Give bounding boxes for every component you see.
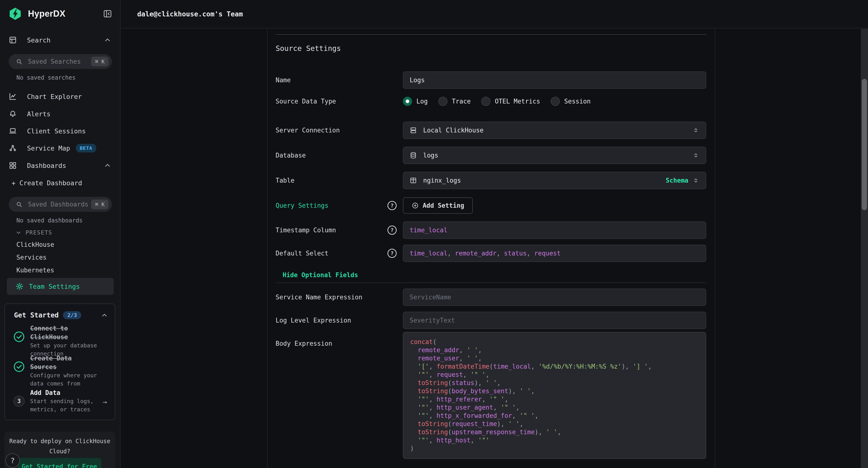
scrollbar-thumb[interactable] <box>862 79 867 210</box>
timestamp-column-value: time_local <box>410 227 447 234</box>
radio-icon <box>551 97 560 106</box>
body-expression-label: Body Expression <box>276 339 332 348</box>
code-line: '"', http_referer, '" ', <box>410 395 699 403</box>
code-line: remote_addr, ' ', <box>410 346 699 354</box>
shortcut-badge: ⌘ K <box>91 57 108 66</box>
promo-text-line2: Cloud? <box>4 446 115 457</box>
log-level-expression-label: Log Level Expression <box>276 316 351 325</box>
help-icon[interactable]: ? <box>388 226 397 235</box>
step-title: Create Data Sources <box>30 354 100 371</box>
step-title: Connect to ClickHouse <box>30 324 100 341</box>
radio-option-otel-metrics[interactable]: OTEL Metrics <box>481 97 540 106</box>
sidebar-item-chart-explorer[interactable]: Chart Explorer <box>0 88 120 105</box>
panel-right-border <box>715 29 715 468</box>
chevron-up-icon[interactable] <box>104 36 112 44</box>
search-section-icon <box>9 36 17 44</box>
radio-option-trace[interactable]: Trace <box>438 97 471 106</box>
sidebar-item-create-dashboard[interactable]: + Create Dashboard <box>0 174 120 192</box>
chevron-up-icon[interactable] <box>104 162 112 169</box>
saved-dashboards-input[interactable]: Saved Dashboards ⌘ K <box>9 197 112 212</box>
panel-left-border <box>267 29 268 468</box>
code-line: toString(body_bytes_sent), ' ', <box>410 387 699 395</box>
step-subtitle: Start sending logs, metrics, or traces <box>30 397 100 413</box>
chevron-up-icon[interactable] <box>101 312 108 319</box>
table-label: Table <box>276 176 294 185</box>
saved-searches-empty: No saved searches <box>17 74 76 81</box>
create-dashboard-label: Create Dashboard <box>20 179 82 187</box>
step-subtitle: Configure where your data comes from <box>30 371 100 388</box>
radio-option-session[interactable]: Session <box>551 97 591 106</box>
name-value: Logs <box>410 77 425 84</box>
bell-icon <box>9 110 17 118</box>
hyperdx-logo-icon <box>8 7 22 21</box>
database-select[interactable]: logs <box>403 147 706 164</box>
get-started-free-button[interactable]: Get Started for Free <box>18 458 101 468</box>
scrollbar-track[interactable] <box>861 29 868 468</box>
sidebar-item-service-map[interactable]: Service Map BETA <box>0 140 120 157</box>
add-setting-button[interactable]: Add Setting <box>403 197 473 214</box>
sidebar-collapse-icon[interactable] <box>103 9 112 19</box>
sidebar-item-kubernetes[interactable]: Kubernetes <box>17 267 54 274</box>
body-expression-editor[interactable]: concat( remote_addr, ' ', remote_user, '… <box>403 332 706 459</box>
plus-circle-icon <box>411 202 419 209</box>
table-value: nginx_logs <box>423 177 461 184</box>
saved-searches-placeholder: Saved Searches <box>28 58 91 65</box>
sidebar-item-search[interactable]: Search <box>0 31 120 49</box>
presets-header[interactable]: PRESETS <box>16 229 52 236</box>
check-circle-icon <box>13 331 25 343</box>
service-map-icon <box>9 144 17 152</box>
code-line: '[', formatDateTime(time_local, '%d/%b/%… <box>410 362 699 371</box>
code-line: ) <box>410 444 699 452</box>
code-line: '"', http_user_agent, '" ', <box>410 403 699 412</box>
cloud-promo-card: Ready to deploy on ClickHouse Cloud? Get… <box>4 432 115 468</box>
name-input[interactable]: Logs <box>403 71 706 89</box>
server-connection-value: Local ClickHouse <box>423 127 484 134</box>
help-icon[interactable]: ? <box>388 249 397 258</box>
chevron-updown-icon <box>692 177 700 184</box>
saved-searches-input[interactable]: Saved Searches ⌘ K <box>9 54 112 69</box>
log-level-placeholder: SeverityText <box>410 317 455 324</box>
sidebar-item-services[interactable]: Services <box>17 254 46 261</box>
server-icon <box>410 127 417 134</box>
section-divider <box>276 34 707 35</box>
sidebar-item-alerts[interactable]: Alerts <box>0 105 120 122</box>
schema-link[interactable]: Schema <box>666 177 688 184</box>
default-select-value: time_local, remote_addr, status, request <box>410 250 561 257</box>
gear-icon <box>16 282 24 290</box>
help-button[interactable]: ? <box>5 453 20 468</box>
service-name-expression-label: Service Name Expression <box>276 293 362 301</box>
promo-text-line1: Ready to deploy on ClickHouse <box>4 432 115 446</box>
log-level-expression-input[interactable]: SeverityText <box>403 312 706 329</box>
database-value: logs <box>423 152 438 159</box>
form-divider <box>276 283 707 283</box>
sidebar-item-dashboards[interactable]: Dashboards <box>0 157 120 174</box>
sidebar-item-clickhouse[interactable]: ClickHouse <box>17 241 54 248</box>
search-icon <box>16 58 23 65</box>
brand-row: HyperDX <box>0 5 120 23</box>
radio-selected-icon <box>403 97 412 106</box>
shortcut-badge: ⌘ K <box>91 200 108 209</box>
help-icon[interactable]: ? <box>388 201 397 210</box>
service-name-placeholder: ServiceName <box>410 294 451 301</box>
arrow-right-icon: → <box>103 398 107 406</box>
timestamp-column-input[interactable]: time_local <box>403 222 706 239</box>
service-name-expression-input[interactable]: ServiceName <box>403 289 706 306</box>
sidebar-item-label: Team Settings <box>29 283 80 290</box>
step-number-badge: 3 <box>13 396 25 407</box>
chevron-down-icon <box>16 229 22 236</box>
sidebar-item-team-settings[interactable]: Team Settings <box>7 278 114 295</box>
beta-badge: BETA <box>76 144 96 152</box>
database-icon <box>410 152 417 159</box>
default-select-input[interactable]: time_local, remote_addr, status, request <box>403 244 706 262</box>
hide-optional-fields-link[interactable]: Hide Optional Fields <box>283 271 358 279</box>
plus-icon: + <box>11 179 16 187</box>
radio-option-log[interactable]: Log <box>403 97 428 106</box>
table-select[interactable]: nginx_logs Schema <box>403 172 706 189</box>
saved-dashboards-empty: No saved dashboards <box>17 217 83 224</box>
code-line: concat( <box>410 338 699 346</box>
sidebar-item-label: Alerts <box>27 110 51 118</box>
sidebar-item-label: Service Map <box>27 145 70 152</box>
server-connection-select[interactable]: Local ClickHouse <box>403 122 706 139</box>
dashboards-icon <box>9 162 17 170</box>
sidebar-item-client-sessions[interactable]: Client Sessions <box>0 122 120 140</box>
